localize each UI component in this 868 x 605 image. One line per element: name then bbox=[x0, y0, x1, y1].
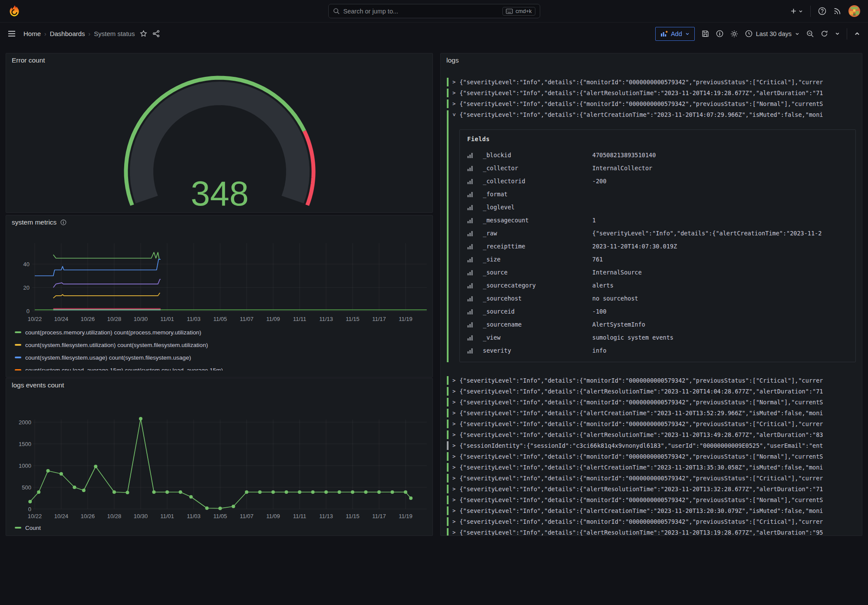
log-row[interactable]: >{"severityLevel":"Info","details":{"mon… bbox=[447, 99, 861, 108]
log-row[interactable]: >{"severityLevel":"Info","details":{"mon… bbox=[447, 496, 861, 504]
field-row: _size761 bbox=[467, 253, 848, 266]
top-bar: Search or jump to... cmd+k bbox=[0, 0, 868, 23]
chevron-right-icon[interactable]: > bbox=[452, 486, 455, 492]
logs-events-chart[interactable]: 10/2210/2410/2610/2810/3011/0111/0311/05… bbox=[6, 378, 432, 536]
log-message: {"severityLevel":"Info","details":{"moni… bbox=[459, 475, 823, 482]
panel-title[interactable]: logs bbox=[446, 56, 459, 64]
legend-item[interactable]: count(process.memory.utilization) count(… bbox=[15, 329, 430, 336]
search-input[interactable]: Search or jump to... cmd+k bbox=[328, 4, 540, 18]
chevron-right-icon[interactable]: > bbox=[452, 529, 455, 536]
chevron-right-icon[interactable]: > bbox=[452, 377, 455, 383]
chevron-right-icon[interactable]: > bbox=[452, 399, 455, 405]
share-button[interactable] bbox=[152, 30, 160, 37]
visualize-field-button[interactable] bbox=[467, 152, 483, 158]
visualize-field-button[interactable] bbox=[467, 231, 483, 236]
log-row[interactable]: >{"severityLevel":"Info","details":{"mon… bbox=[447, 78, 861, 86]
chevron-right-icon[interactable]: > bbox=[452, 388, 455, 394]
log-row[interactable]: >{"severityLevel":"Info","details":{"mon… bbox=[447, 398, 861, 407]
visualize-field-button[interactable] bbox=[467, 296, 483, 301]
news-button[interactable] bbox=[834, 7, 841, 15]
chevron-right-icon[interactable]: > bbox=[452, 508, 455, 514]
visualize-field-button[interactable] bbox=[467, 179, 483, 184]
chevron-right-icon[interactable]: > bbox=[452, 410, 455, 416]
visualize-field-button[interactable] bbox=[467, 205, 483, 210]
panel-info-icon[interactable] bbox=[60, 219, 66, 225]
add-panel-button[interactable]: Add bbox=[655, 27, 695, 41]
visualize-field-button[interactable] bbox=[467, 322, 483, 327]
panel-title[interactable]: logs events count bbox=[12, 381, 64, 389]
refresh-interval-button[interactable] bbox=[835, 31, 840, 36]
chevron-right-icon[interactable]: > bbox=[452, 432, 455, 438]
legend-item[interactable]: Count bbox=[15, 524, 430, 531]
chevron-right-icon[interactable]: > bbox=[452, 497, 455, 503]
log-row[interactable]: >{"severityLevel":"Info","details":{"ale… bbox=[447, 430, 861, 439]
log-row[interactable]: >{"severityLevel":"Info","details":{"mon… bbox=[447, 420, 861, 428]
log-row[interactable]: >{"severityLevel":"Info","details":{"mon… bbox=[447, 474, 861, 483]
save-dashboard-button[interactable] bbox=[702, 30, 709, 37]
visualize-field-button[interactable] bbox=[467, 270, 483, 275]
favorite-button[interactable] bbox=[140, 30, 147, 37]
breadcrumb-home[interactable]: Home bbox=[23, 30, 41, 37]
visualize-field-button[interactable] bbox=[467, 309, 483, 314]
chevron-right-icon[interactable]: > bbox=[452, 101, 455, 107]
visualize-field-button[interactable] bbox=[467, 335, 483, 341]
log-row[interactable]: >{"severityLevel":"Info","details":{"ale… bbox=[447, 387, 861, 396]
legend-item[interactable]: count(system.filesystem.usage) count(sys… bbox=[15, 354, 430, 361]
log-row[interactable]: >{"severityLevel":"Info","details":{"ale… bbox=[447, 528, 861, 536]
chevron-right-icon[interactable]: > bbox=[452, 475, 455, 481]
chevron-right-icon[interactable]: > bbox=[452, 453, 455, 460]
dashboard-settings-button[interactable] bbox=[730, 30, 738, 38]
log-row-expanded[interactable]: > {"severityLevel":"Info","details":{"al… bbox=[447, 110, 861, 362]
data-point bbox=[73, 486, 76, 489]
visualize-field-button[interactable] bbox=[467, 348, 483, 354]
log-row[interactable]: >{"severityLevel":"Info","details":{"ale… bbox=[447, 463, 861, 472]
log-row[interactable]: >{"severityLevel":"Info","details":{"ale… bbox=[447, 506, 861, 515]
chevron-right-icon[interactable]: > bbox=[452, 79, 455, 85]
data-point bbox=[37, 490, 40, 494]
field-value: 470508213893510140 bbox=[592, 152, 848, 159]
legend-item[interactable]: count(system.cpu.load_average.15m) count… bbox=[15, 367, 430, 370]
user-avatar[interactable] bbox=[848, 5, 860, 17]
series-line bbox=[53, 279, 161, 288]
log-message: {"severityLevel":"Info","details":{"moni… bbox=[459, 496, 823, 503]
y-tick-label: 0 bbox=[26, 308, 30, 314]
collapse-toolbar-button[interactable] bbox=[854, 31, 860, 37]
log-row[interactable]: >{"severityLevel":"Info","details":{"ale… bbox=[447, 485, 861, 493]
visualize-field-button[interactable] bbox=[467, 244, 483, 249]
y-tick-label: 1500 bbox=[19, 441, 31, 447]
breadcrumb-current[interactable]: System status bbox=[94, 30, 135, 37]
chevron-right-icon[interactable]: > bbox=[452, 90, 455, 96]
panel-title[interactable]: system metrics bbox=[12, 218, 66, 226]
visualize-field-button[interactable] bbox=[467, 165, 483, 171]
chevron-down-icon bbox=[835, 31, 840, 36]
dashboard-insights-button[interactable] bbox=[716, 30, 723, 37]
log-row[interactable]: >{"severityLevel":"Info","details":{"mon… bbox=[447, 517, 861, 526]
time-range-picker[interactable]: Last 30 days bbox=[745, 30, 799, 37]
zoom-out-time-button[interactable] bbox=[806, 30, 814, 37]
menu-toggle-button[interactable] bbox=[8, 30, 16, 37]
refresh-button[interactable] bbox=[821, 30, 828, 37]
panel-title-text: logs bbox=[446, 56, 459, 64]
visualize-field-button[interactable] bbox=[467, 257, 483, 262]
visualize-field-button[interactable] bbox=[467, 218, 483, 223]
log-row[interactable]: >{"severityLevel":"Info","details":{"ale… bbox=[447, 409, 861, 417]
panel-title[interactable]: Error count bbox=[12, 56, 45, 64]
log-row[interactable]: >{"severityLevel":"Info","details":{"mon… bbox=[447, 376, 861, 385]
log-row[interactable]: >{"severityLevel":"Info","details":{"mon… bbox=[447, 452, 861, 461]
new-menu-button[interactable] bbox=[790, 8, 803, 14]
field-name: _sourceid bbox=[483, 308, 592, 315]
breadcrumb-dashboards[interactable]: Dashboards bbox=[50, 30, 85, 37]
chevron-right-icon[interactable]: > bbox=[452, 519, 455, 525]
chevron-right-icon[interactable]: > bbox=[452, 421, 455, 427]
chevron-down-icon[interactable]: > bbox=[452, 113, 457, 116]
legend-item[interactable]: count(system.filesystem.utilization) cou… bbox=[15, 341, 430, 348]
chevron-right-icon[interactable]: > bbox=[452, 443, 455, 449]
visualize-field-button[interactable] bbox=[467, 283, 483, 288]
visualize-field-button[interactable] bbox=[467, 192, 483, 197]
log-row[interactable]: >{"sessionIdentity":{"sessionId":"c3ci66… bbox=[447, 441, 861, 450]
log-row[interactable]: >{"severityLevel":"Info","details":{"ale… bbox=[447, 89, 861, 97]
logs-rows-top: >{"severityLevel":"Info","details":{"mon… bbox=[447, 78, 861, 108]
help-button[interactable] bbox=[818, 7, 826, 15]
grafana-logo-icon[interactable] bbox=[8, 4, 22, 18]
chevron-right-icon[interactable]: > bbox=[452, 464, 455, 470]
